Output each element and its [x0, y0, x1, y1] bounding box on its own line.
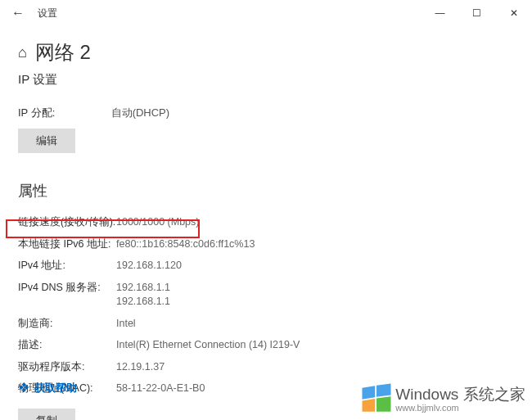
ip-assign-value: 自动(DHCP) — [111, 106, 170, 120]
prop-row-ipv6: 本地链接 IPv6 地址: fe80::1b16:8548:c0d6:ff1c%… — [18, 234, 514, 256]
page-title: 网络 2 — [35, 39, 91, 65]
prop-row-description: 描述: Intel(R) Ethernet Connection (14) I2… — [18, 335, 514, 357]
windows-logo-icon — [359, 381, 394, 415]
ip-assign-label: IP 分配: — [18, 106, 108, 120]
prop-label: 链接速度(接收/传输): — [18, 215, 116, 230]
prop-label: 驱动程序版本: — [18, 360, 116, 375]
prop-value: 192.168.1.120 — [116, 259, 514, 273]
section-subtitle: IP 设置 — [18, 72, 514, 88]
svg-marker-3 — [376, 384, 391, 397]
properties-title: 属性 — [18, 181, 514, 201]
close-button[interactable]: ✕ — [495, 0, 532, 26]
prop-value: Intel — [116, 317, 514, 332]
prop-label: IPv4 DNS 服务器: — [18, 281, 116, 309]
prop-value: fe80::1b16:8548:c0d6:ff1c%13 — [116, 237, 514, 252]
svg-marker-2 — [363, 386, 376, 400]
prop-label: 制造商: — [18, 317, 116, 332]
maximize-button[interactable]: ☐ — [458, 0, 495, 26]
prop-value: 12.19.1.37 — [116, 360, 514, 375]
prop-row-ipv4-dns: IPv4 DNS 服务器: 192.168.1.1 192.168.1.1 — [18, 278, 514, 314]
watermark: Windows 系统之家 www.bjjmlv.com — [359, 381, 525, 415]
edit-button[interactable]: 编辑 — [18, 129, 75, 153]
prop-value: 192.168.1.1 192.168.1.1 — [116, 281, 514, 309]
back-button[interactable]: ← — [8, 3, 28, 23]
help-icon: ❖ — [18, 380, 29, 395]
properties-list: 链接速度(接收/传输): 1000/1000 (Mbps) 本地链接 IPv6 … — [18, 212, 514, 400]
minimize-button[interactable]: — — [422, 0, 458, 26]
svg-marker-0 — [363, 399, 376, 412]
watermark-brand2: 系统之家 — [463, 386, 525, 403]
watermark-url: www.bjjmlv.com — [395, 404, 525, 413]
home-icon[interactable]: ⌂ — [18, 44, 27, 61]
prop-row-driver-version: 驱动程序版本: 12.19.1.37 — [18, 357, 514, 379]
svg-marker-1 — [376, 396, 391, 411]
prop-label: 本地链接 IPv6 地址: — [18, 237, 116, 252]
prop-row-link-speed: 链接速度(接收/传输): 1000/1000 (Mbps) — [18, 212, 514, 234]
copy-button[interactable]: 复制 — [18, 409, 75, 421]
prop-value: Intel(R) Ethernet Connection (14) I219-V — [116, 338, 514, 353]
watermark-brand: Windows — [395, 386, 458, 403]
prop-label: IPv4 地址: — [18, 259, 116, 273]
get-help-link[interactable]: 获取帮助 — [34, 381, 77, 395]
prop-value: 1000/1000 (Mbps) — [116, 215, 514, 230]
prop-label: 描述: — [18, 338, 116, 353]
prop-row-ipv4-address: IPv4 地址: 192.168.1.120 — [18, 255, 514, 278]
window-title: 设置 — [38, 7, 57, 20]
prop-row-manufacturer: 制造商: Intel — [18, 314, 514, 336]
